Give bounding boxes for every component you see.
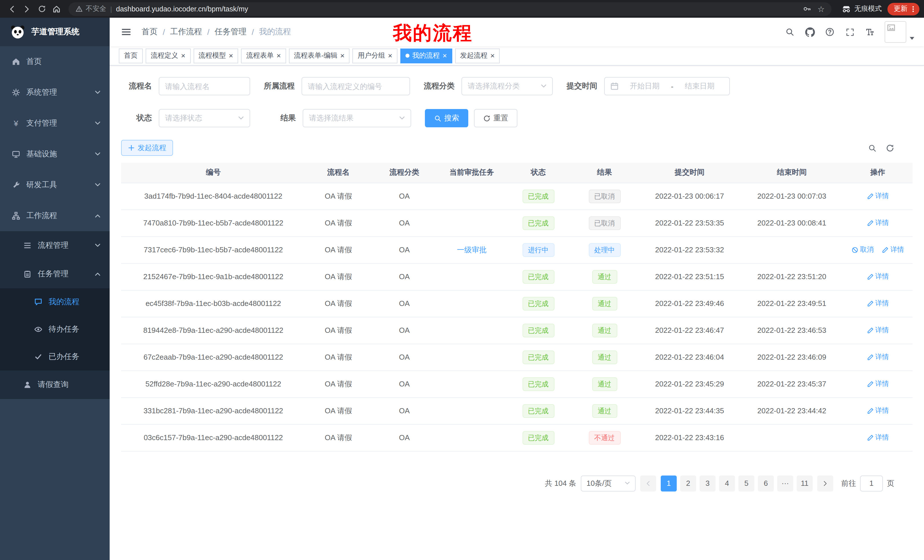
cell-category: OA [371, 424, 438, 451]
hamburger-icon[interactable] [119, 24, 134, 39]
tab-process-form-edit[interactable]: 流程表单-编辑× [289, 48, 350, 63]
tab-my-process[interactable]: 我的流程× [400, 48, 452, 63]
page-button-5[interactable]: 5 [738, 475, 754, 491]
page-size-select[interactable]: 10条/页 [581, 475, 636, 491]
process-definition-input[interactable] [302, 77, 410, 95]
sidebar-item-system-management[interactable]: 系统管理 [0, 77, 110, 108]
sidebar-item-dev-tools[interactable]: 研发工具 [0, 169, 110, 201]
update-button[interactable]: 更新 [888, 3, 920, 15]
tab-process-model[interactable]: 流程模型× [193, 48, 238, 63]
detail-button[interactable]: 详情 [867, 406, 889, 416]
close-icon[interactable]: × [442, 52, 447, 59]
tab-process-form[interactable]: 流程表单× [241, 48, 286, 63]
cell-submit-time: 2022-01-22 23:46:04 [639, 344, 741, 370]
detail-button[interactable]: 详情 [867, 433, 889, 442]
bookmark-star-icon[interactable]: ☆ [818, 5, 825, 13]
detail-button[interactable]: 详情 [867, 379, 889, 389]
search-button[interactable]: 搜索 [425, 109, 468, 127]
next-page-button[interactable] [817, 475, 833, 491]
table-row: 7470a810-7b9b-11ec-b5b7-acde48001122OA 请… [121, 210, 913, 236]
detail-button[interactable]: 详情 [867, 272, 889, 281]
sidebar-item-todo-tasks[interactable]: 待办任务 [0, 316, 110, 343]
search-toggle-icon[interactable] [868, 144, 877, 152]
sidebar-item-label: 基础设施 [26, 149, 57, 159]
page-button-1[interactable]: 1 [661, 475, 677, 491]
page-button-4[interactable]: 4 [719, 475, 735, 491]
sidebar-item-payment-management[interactable]: ¥支付管理 [0, 108, 110, 139]
current-task-link[interactable]: 一级审批 [457, 245, 486, 254]
cell-end-time: 2022-01-22 23:46:09 [741, 344, 843, 370]
submit-time-range[interactable]: 开始日期 - 结束日期 [604, 77, 730, 95]
breadcrumb-item[interactable]: 首页 [142, 27, 158, 37]
sidebar-item-leave-query[interactable]: 请假查询 [0, 370, 110, 399]
sidebar-item-process-management[interactable]: 流程管理 [0, 231, 110, 260]
close-icon[interactable]: × [181, 52, 185, 59]
page-button-3[interactable]: 3 [700, 475, 716, 491]
fullscreen-icon[interactable] [842, 24, 857, 39]
kebab-menu-icon[interactable] [909, 5, 917, 13]
tab-user-group[interactable]: 用户分组× [352, 48, 398, 63]
cell-status: 已完成 [506, 397, 570, 424]
browser-forward-icon[interactable] [20, 1, 34, 16]
sidebar-item-done-tasks[interactable]: 已办任务 [0, 343, 110, 370]
browser-home-icon[interactable] [49, 1, 64, 16]
tab-home[interactable]: 首页 [119, 48, 143, 63]
tab-start-process[interactable]: 发起流程× [455, 48, 500, 63]
sidebar-item-workflow[interactable]: 工作流程 [0, 201, 110, 231]
status-select[interactable]: 请选择状态 [159, 109, 250, 127]
page-jump-input[interactable] [860, 475, 883, 491]
reset-button[interactable]: 重置 [474, 109, 518, 127]
workflow-icon [11, 212, 21, 220]
sidebar-item-infrastructure[interactable]: 基础设施 [0, 139, 110, 169]
process-name-input[interactable] [159, 77, 250, 95]
browser-reload-icon[interactable] [34, 1, 49, 16]
page-button-2[interactable]: 2 [680, 475, 696, 491]
avatar[interactable] [885, 21, 906, 43]
close-icon[interactable]: × [229, 52, 233, 59]
sidebar-item-my-process[interactable]: 我的流程 [0, 288, 110, 316]
create-process-button[interactable]: 发起流程 [121, 140, 173, 156]
page-button-6[interactable]: 6 [758, 475, 774, 491]
refresh-icon[interactable] [886, 144, 894, 152]
cell-end-time: 2022-01-22 23:51:20 [741, 263, 843, 290]
category-select[interactable]: 请选择流程分类 [461, 77, 553, 95]
page-button-11[interactable]: 11 [796, 475, 813, 491]
tab-process-definition[interactable]: 流程定义× [146, 48, 190, 63]
cell-end-time: 2022-01-22 23:49:51 [741, 290, 843, 317]
help-icon[interactable] [822, 24, 837, 39]
result-select[interactable]: 请选择流结果 [303, 109, 411, 127]
page-ellipsis[interactable]: ··· [777, 475, 793, 491]
breadcrumb-item[interactable]: 工作流程 [170, 27, 202, 37]
address-bar[interactable]: 不安全 | dashboard.yudao.iocoder.cn/bpm/tas… [69, 2, 831, 16]
prev-page-button[interactable] [640, 475, 656, 491]
detail-button[interactable]: 详情 [867, 298, 889, 308]
close-icon[interactable]: × [388, 52, 392, 59]
close-icon[interactable]: × [340, 52, 345, 59]
close-icon[interactable]: × [276, 52, 280, 59]
logo-row[interactable]: 芋道管理系统 [0, 18, 110, 46]
close-icon[interactable]: × [490, 52, 495, 59]
success-tag: 通过 [592, 404, 617, 418]
key-icon[interactable] [803, 4, 812, 13]
cell-result: 不通过 [570, 424, 639, 451]
breadcrumb-item[interactable]: 任务管理 [215, 27, 247, 37]
sidebar-item-home[interactable]: 首页 [0, 46, 110, 77]
browser-back-icon[interactable] [4, 1, 20, 16]
detail-button[interactable]: 详情 [867, 325, 889, 335]
cell-name: OA 请假 [306, 290, 371, 317]
detail-button[interactable]: 详情 [882, 245, 904, 255]
font-size-icon[interactable] [862, 24, 877, 39]
table-row: ec45f38f-7b9a-11ec-b03b-acde48001122OA 请… [121, 290, 913, 317]
success-tag: 已完成 [522, 404, 554, 418]
detail-button[interactable]: 详情 [867, 352, 889, 362]
cell-current-task [438, 263, 506, 290]
cell-name: OA 请假 [306, 344, 371, 370]
detail-button[interactable]: 详情 [867, 191, 889, 201]
caret-down-icon[interactable] [909, 35, 915, 43]
search-icon[interactable] [782, 24, 797, 39]
cancel-button[interactable]: 取消 [852, 245, 874, 255]
success-tag: 通过 [592, 270, 617, 283]
detail-button[interactable]: 详情 [867, 218, 889, 228]
github-icon[interactable] [802, 24, 817, 39]
sidebar-item-task-management[interactable]: 任务管理 [0, 260, 110, 288]
